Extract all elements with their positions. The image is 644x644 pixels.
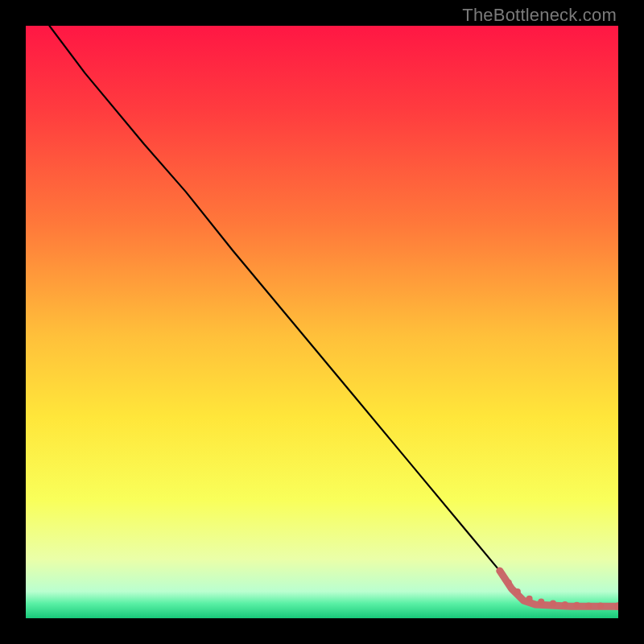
plot-area — [26, 26, 618, 618]
svg-rect-0 — [26, 26, 618, 618]
outer-frame: TheBottleneck.com — [0, 0, 644, 644]
watermark-text: TheBottleneck.com — [462, 5, 617, 26]
background-gradient — [26, 26, 618, 618]
